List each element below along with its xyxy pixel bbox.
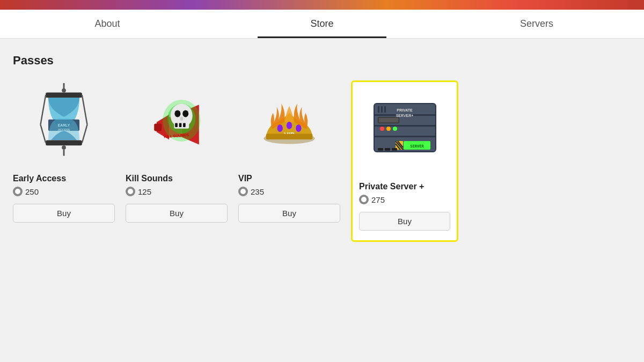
svg-text:SERVER: SERVER xyxy=(410,144,424,149)
svg-rect-35 xyxy=(374,125,436,127)
svg-rect-14 xyxy=(154,123,162,131)
svg-point-18 xyxy=(174,110,180,117)
pass-icon-private-server: SERVER PRIVATE SERVER+ xyxy=(359,88,450,174)
svg-rect-22 xyxy=(175,123,178,127)
tab-store[interactable]: Store xyxy=(215,10,429,38)
pass-item-vip: VIP VIP 235 Buy xyxy=(238,80,340,223)
svg-rect-23 xyxy=(179,123,182,127)
pass-item-kill-sounds: KILL SOUNDS Kill Sounds 125 Buy xyxy=(126,80,228,223)
pass-price-kill-sounds: 125 xyxy=(126,187,151,196)
svg-line-9 xyxy=(40,95,46,124)
svg-rect-36 xyxy=(374,136,436,137)
svg-point-47 xyxy=(386,127,391,131)
robux-icon-kill-sounds xyxy=(126,187,135,196)
main-content: Passes EARLY ACCESS xyxy=(0,39,644,362)
robux-icon-early-access xyxy=(13,187,23,196)
svg-point-48 xyxy=(393,127,397,131)
svg-rect-24 xyxy=(183,123,186,127)
tabs-bar: About Store Servers xyxy=(0,10,644,39)
svg-text:SERVER+: SERVER+ xyxy=(396,114,413,117)
svg-rect-37 xyxy=(378,106,379,113)
svg-line-11 xyxy=(40,124,46,143)
buy-button-early-access[interactable]: Buy xyxy=(13,204,115,223)
svg-line-10 xyxy=(82,95,87,124)
svg-rect-53 xyxy=(378,148,383,151)
tab-about[interactable]: About xyxy=(0,10,215,38)
buy-button-vip[interactable]: Buy xyxy=(238,204,340,223)
svg-rect-2 xyxy=(46,92,82,98)
svg-point-28 xyxy=(287,122,292,129)
pass-price-early-access: 250 xyxy=(13,187,39,196)
svg-point-20 xyxy=(180,116,184,120)
svg-line-12 xyxy=(82,124,87,143)
pass-icon-kill-sounds: KILL SOUNDS xyxy=(126,80,228,166)
svg-rect-50 xyxy=(378,117,399,123)
svg-rect-38 xyxy=(381,106,383,113)
pass-item-early-access: EARLY ACCESS E xyxy=(13,80,115,223)
pass-price-vip: 235 xyxy=(238,187,264,196)
pass-name-private-server: Private Server + xyxy=(359,182,424,191)
svg-point-19 xyxy=(182,110,188,117)
passes-grid: EARLY ACCESS E xyxy=(13,80,631,242)
pass-name-early-access: Early Access xyxy=(13,174,66,183)
buy-button-kill-sounds[interactable]: Buy xyxy=(126,204,228,223)
tab-servers[interactable]: Servers xyxy=(429,10,644,38)
svg-point-29 xyxy=(296,124,301,132)
pass-icon-vip: VIP xyxy=(238,80,340,166)
svg-point-1 xyxy=(62,88,66,93)
robux-icon-private-server xyxy=(359,195,369,204)
pass-item-private-server: SERVER PRIVATE SERVER+ xyxy=(351,80,458,242)
pass-name-vip: VIP xyxy=(238,174,252,183)
buy-button-private-server[interactable]: Buy xyxy=(359,212,450,231)
svg-point-27 xyxy=(277,124,282,132)
svg-text:PRIVATE: PRIVATE xyxy=(397,108,413,112)
svg-rect-39 xyxy=(384,106,386,113)
pass-price-private-server: 275 xyxy=(359,195,385,204)
svg-rect-54 xyxy=(385,148,390,151)
pass-icon-early-access: EARLY ACCESS xyxy=(13,80,115,166)
svg-point-7 xyxy=(62,145,66,150)
top-banner xyxy=(0,0,644,10)
passes-section-title: Passes xyxy=(13,54,631,68)
svg-rect-55 xyxy=(392,148,397,151)
svg-rect-31 xyxy=(266,134,313,139)
pass-name-kill-sounds: Kill Sounds xyxy=(126,174,173,183)
svg-point-46 xyxy=(380,127,384,131)
robux-icon-vip xyxy=(238,187,248,196)
svg-rect-6 xyxy=(46,140,82,145)
